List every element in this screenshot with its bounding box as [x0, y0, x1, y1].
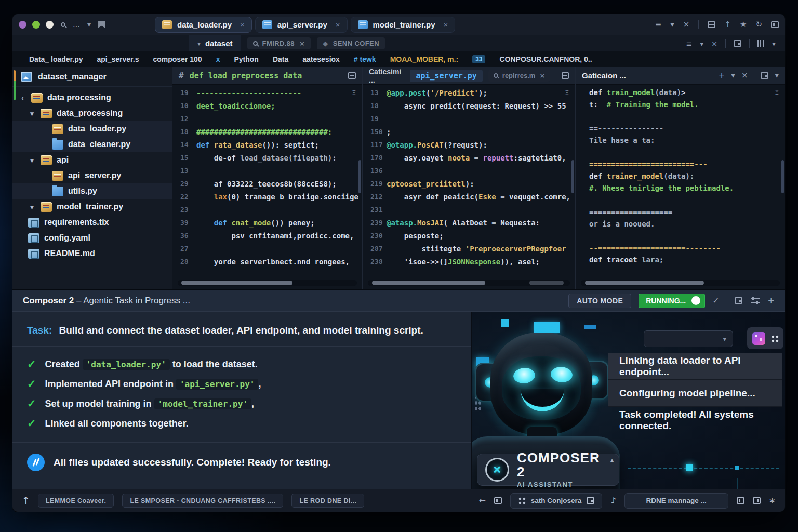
- horizontal-scrollbar-thumb[interactable]: [372, 281, 485, 285]
- horizontal-scrollbar-track[interactable]: [368, 280, 570, 286]
- close-icon[interactable]: ×: [336, 20, 340, 29]
- tree-item-config.yaml[interactable]: config.yaml: [12, 230, 172, 246]
- chevron-down-icon[interactable]: ▾: [772, 40, 776, 47]
- fold-icon[interactable]: Ξ: [775, 89, 779, 96]
- breadcrumb-item[interactable]: CONPOSUR.CANFNOR, 0..: [499, 55, 592, 63]
- vertical-scrollbar[interactable]: [781, 160, 784, 193]
- breadcrumb-item[interactable]: MOAA_MOBER, m.:: [390, 55, 458, 63]
- tree-item-README.md[interactable]: README.md: [12, 246, 172, 261]
- window-icon[interactable]: [761, 72, 768, 79]
- plus-icon[interactable]: +: [719, 72, 725, 79]
- code-editor[interactable]: 19------------------------Ξ10deet_toadic…: [172, 85, 362, 280]
- code-editor[interactable]: def train_model(data)>Ξt: # Training the…: [576, 85, 785, 280]
- music-note-icon[interactable]: ♪: [610, 497, 616, 505]
- doc-list-icon[interactable]: [708, 21, 715, 28]
- file-reference[interactable]: 'api_server.py': [176, 379, 259, 390]
- tree-item-model_trainer.py[interactable]: ▾model_trainer.py: [12, 199, 172, 215]
- code-editor[interactable]: 13@app.post('/Prediict');Ξ18 async predi…: [363, 85, 575, 280]
- running-button[interactable]: RUNNING...: [639, 294, 705, 308]
- tab-data_loader.py[interactable]: data_loader.py×: [155, 17, 252, 33]
- fold-icon[interactable]: Ξ: [352, 89, 356, 97]
- tab-model_trainer.py[interactable]: model_trainer.py×: [351, 17, 456, 33]
- asterisk-icon[interactable]: ∗: [769, 497, 776, 505]
- layout-icon[interactable]: [753, 497, 761, 504]
- window-icon[interactable]: [734, 40, 741, 47]
- assistant-badge[interactable]: + COMPOSER 2 AI ASSISTANT ▴: [477, 454, 619, 486]
- close-icon[interactable]: ×: [539, 72, 545, 79]
- window-control-minimize[interactable]: [32, 21, 40, 29]
- tune-icon[interactable]: [751, 297, 760, 304]
- list-menu-icon[interactable]: ≡: [655, 21, 662, 29]
- breadcrumb-item[interactable]: composer 100: [153, 55, 202, 63]
- chevron-down-icon[interactable]: ▾: [731, 72, 735, 79]
- horizontal-scrollbar-thumb[interactable]: [585, 281, 704, 285]
- close-icon[interactable]: ×: [711, 40, 717, 47]
- breadcrumb-item[interactable]: aatesesiox: [302, 55, 340, 63]
- window-control-maximize[interactable]: [46, 21, 54, 29]
- ellipsis-icon[interactable]: …: [73, 21, 80, 28]
- terminal-icon[interactable]: [737, 497, 744, 504]
- flag-icon[interactable]: [98, 21, 105, 28]
- check-icon[interactable]: ✓: [712, 297, 719, 305]
- search-icon[interactable]: [61, 22, 65, 27]
- project-tab[interactable]: ▾ dataset: [189, 35, 241, 52]
- tree-item-data_processing[interactable]: ▾data_processing: [12, 105, 172, 121]
- chevron-down-icon[interactable]: ▾: [670, 21, 674, 29]
- plus-icon[interactable]: +: [768, 297, 775, 305]
- columns-icon[interactable]: [757, 40, 764, 47]
- upload-arrow-icon[interactable]: ↑: [724, 21, 731, 29]
- horizontal-scrollbar-track[interactable]: [178, 280, 357, 286]
- search-chip[interactable]: FMIRD.88 ×: [247, 37, 311, 49]
- horizontal-scrollbar-thumb[interactable]: [529, 281, 564, 285]
- list-menu-icon[interactable]: ≡: [686, 40, 692, 47]
- pin-chip[interactable]: ◆ SENN COFEN: [317, 37, 385, 49]
- split-icon[interactable]: [562, 72, 569, 79]
- explorer-header[interactable]: dataset_manager: [12, 67, 172, 87]
- chevron-up-icon[interactable]: ▴: [610, 457, 614, 463]
- tab-api_server.py[interactable]: api_server.py×: [255, 17, 348, 33]
- star-icon[interactable]: ★: [740, 21, 747, 29]
- horizontal-scrollbar-thumb[interactable]: [181, 281, 292, 285]
- tree-item-data_cleaner.py[interactable]: data_cleaner.py: [12, 137, 172, 152]
- tree-item-utils.py[interactable]: utils.py: [12, 183, 172, 199]
- breadcrumb-item[interactable]: Data: [273, 55, 288, 63]
- tree-item-data processing[interactable]: ‹data processing: [12, 90, 172, 105]
- pane-tab-repirres.m[interactable]: repirres.m×: [488, 70, 551, 82]
- chevron-down-icon[interactable]: ▾: [775, 72, 779, 79]
- panel-icon[interactable]: [494, 497, 502, 504]
- auto-mode-button[interactable]: AUTO MODE: [568, 294, 631, 308]
- breadcrumb-item[interactable]: Python: [234, 55, 258, 63]
- vertical-scrollbar[interactable]: [358, 160, 361, 193]
- file-reference[interactable]: 'model_trainer.py': [154, 398, 251, 409]
- close-icon[interactable]: ×: [741, 72, 748, 79]
- assistant-dropdown[interactable]: ▾: [644, 330, 733, 347]
- close-icon[interactable]: ×: [683, 21, 690, 29]
- composer-status-chip[interactable]: sath Conjosera: [510, 493, 603, 509]
- file-reference[interactable]: 'data_loader.py': [83, 359, 170, 370]
- close-icon[interactable]: ×: [240, 20, 245, 29]
- tree-item-api[interactable]: ▾api: [12, 152, 172, 168]
- vertical-scrollbar[interactable]: [571, 160, 574, 193]
- split-icon[interactable]: [348, 72, 356, 79]
- chevron-down-icon[interactable]: ▾: [28, 203, 36, 211]
- status-button[interactable]: LE ROD DNE DI...: [291, 494, 364, 508]
- tree-item-api_server.py[interactable]: api_server.py: [12, 168, 172, 183]
- panel-icon[interactable]: [771, 21, 779, 28]
- status-button[interactable]: LEMMOE Coaveer.: [38, 494, 114, 508]
- chevron-down-icon[interactable]: ▾: [700, 40, 703, 47]
- refresh-icon[interactable]: ↻: [755, 21, 762, 29]
- breadcrumb-item[interactable]: api_server.s: [97, 55, 139, 63]
- breadcrumb-item[interactable]: 33: [472, 55, 485, 63]
- breadcrumb-item[interactable]: # tewk: [354, 55, 376, 63]
- horizontal-scrollbar-track[interactable]: [581, 280, 780, 286]
- assistant-app-icons[interactable]: [747, 327, 783, 349]
- breadcrumb-item[interactable]: Data_ loader.py: [29, 55, 83, 63]
- window-icon[interactable]: [735, 297, 742, 304]
- pane-tab-Caticsimi ...[interactable]: Caticsimi ...: [369, 68, 404, 84]
- chevron-left-icon[interactable]: ‹: [19, 94, 26, 102]
- fold-icon[interactable]: Ξ: [565, 89, 569, 97]
- chevron-down-icon[interactable]: ▾: [28, 110, 36, 117]
- arrow-left-icon[interactable]: ←: [478, 497, 485, 505]
- tree-item-data_loader.py[interactable]: data_loader.py: [12, 121, 172, 137]
- window-control-close[interactable]: [19, 21, 26, 29]
